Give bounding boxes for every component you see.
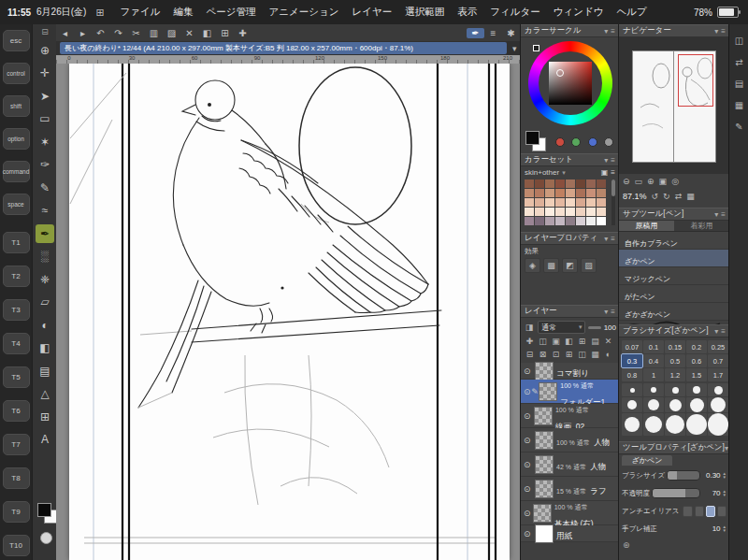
brush-size-bar[interactable] [667,470,699,481]
key-t5[interactable]: T5 [3,366,30,388]
eye-icon[interactable]: ⊙ [524,366,535,376]
navigator-preview[interactable] [619,37,729,174]
layer-thumbnail[interactable] [535,480,554,498]
color-swatch[interactable] [525,179,534,188]
antialias-none-button[interactable] [683,506,692,517]
layer-row-kihonwaku[interactable]: ⊙ 100 % 通常 基本枠 (右) [521,501,619,525]
subtool-tab-1[interactable]: 原稿用 [619,221,674,232]
color-swatch[interactable] [586,208,596,216]
key-shift[interactable]: shift [3,95,30,117]
collapse-icon[interactable]: ▾ [604,235,608,243]
stepper-arrows[interactable]: ▲▼ [723,472,726,480]
paste-icon[interactable]: ▨ [163,28,180,38]
color-swatch[interactable] [597,179,606,188]
color-dock-icon[interactable]: ▤ [735,79,743,89]
color-swatch[interactable] [576,198,585,207]
layer-row-jinbutsu-1[interactable]: ⊙ 100 % 通常 人物 [521,428,619,452]
opacity-bar[interactable] [652,488,700,498]
layer-color-effect-icon[interactable]: ◩ [562,258,578,273]
brush-size-dot-cell[interactable] [686,397,707,412]
auto-select-tool[interactable]: ✶ [36,133,54,151]
panel-menu-icon[interactable]: ≡ [611,27,615,36]
collapse-icon[interactable]: ▾ [604,27,608,36]
eye-icon[interactable]: ⊙ [524,529,535,538]
color-swatch[interactable] [576,189,585,197]
zoom-in-icon[interactable]: ⊕ [647,177,654,186]
document-tab[interactable]: 長い夜の終わり* 12/44 (A4 210.00 x 297.00mm 製本サ… [60,42,507,54]
subtool-panel-header[interactable]: サブツール[ペン] ▾≡ [619,208,729,221]
color-swatch[interactable] [586,189,596,197]
eye-icon[interactable]: ⊙ [524,411,534,421]
snap-icon[interactable]: ✚ [234,28,252,38]
merge-down-icon[interactable]: ⊟ [524,350,536,359]
color-swatch[interactable] [545,179,554,188]
new-layer-icon[interactable]: ✚ [524,337,536,346]
color-set-selector[interactable]: skin+other ▾ ▣ ≡ [521,166,619,179]
brush-size-dot-cell[interactable] [686,413,707,436]
key-esc[interactable]: esc [3,30,30,51]
panel-menu-icon[interactable]: ≡ [721,27,726,36]
tool-property-subtool-tab[interactable]: ざかペン [622,455,672,466]
new-folder-icon[interactable]: ◫ [537,337,549,346]
fit-screen-icon[interactable]: ▣ [659,177,668,186]
subtool-item-5[interactable]: ざかざかペン [619,303,729,321]
key-t6[interactable]: T6 [3,400,30,422]
antialias-weak-button[interactable] [695,506,704,517]
settings-icon[interactable]: ✱ [502,28,520,38]
fill-icon[interactable]: ◧ [198,28,216,38]
expression-color-icon[interactable]: ▨ [581,258,597,273]
color-swatch[interactable] [545,217,554,225]
actual-size-icon[interactable]: ◎ [671,177,679,186]
pen-tool[interactable]: ✒ [36,224,54,243]
key-t2[interactable]: T2 [3,266,30,287]
key-command[interactable]: command [3,161,30,182]
color-swatch[interactable] [555,189,565,197]
antialias-strong-button[interactable] [717,506,726,517]
stepper-arrows[interactable]: ▲▼ [723,525,726,533]
color-swatch[interactable] [545,198,554,207]
prev-page-icon[interactable]: ◂ [56,28,74,38]
brush-size-dot-cell[interactable] [686,383,707,396]
panel-menu-icon[interactable]: ≡ [611,235,615,243]
swap-panels-icon[interactable]: ⇄ [735,57,742,67]
panel-menu-icon[interactable]: ≡ [611,308,615,316]
subtool-item-3[interactable]: マジックペン [619,267,729,285]
brush-size-panel-header[interactable]: ブラシサイズ[ざかペン] ▾≡ [619,324,729,337]
chevron-down-icon[interactable]: ▾ [562,169,566,177]
layer-thumbnail[interactable] [535,455,554,474]
layer-thumbnail[interactable] [535,362,554,381]
color-swatch[interactable] [535,198,544,207]
tool-settings-icon[interactable]: ⊛ [623,540,630,550]
menu-view[interactable]: 表示 [457,6,477,19]
apps-grid-icon[interactable]: ⊞ [95,7,104,19]
redo-icon[interactable]: ↷ [109,28,127,38]
ruler-icon[interactable]: ⊞ [563,350,575,359]
menu-window[interactable]: ウィンドウ [554,6,604,19]
pencil-tool[interactable]: ✎ [36,179,54,197]
lock-icon[interactable]: ▣ [601,168,609,177]
color-swatch[interactable] [597,217,606,225]
key-t7[interactable]: T7 [3,434,30,455]
brush-size-cell[interactable]: 1.7 [708,368,728,381]
brush-size-dot-cell[interactable] [665,397,685,412]
set-menu-icon[interactable]: ≡ [611,168,615,177]
flip-horizontal-icon[interactable]: ⇄ [675,192,683,201]
brush-size-cell[interactable]: 0.1 [643,340,664,353]
tone-effect-icon[interactable]: ▩ [543,258,559,273]
eye-icon[interactable]: ⊙ [524,436,535,445]
blend-tool[interactable]: ◐ [36,316,54,335]
mask-icon[interactable]: ⊡ [550,350,562,359]
color-swatch[interactable] [586,217,596,225]
color-swatch[interactable] [597,208,606,216]
undo-icon[interactable]: ↶ [92,28,109,38]
brush-size-cell[interactable]: 0.15 [665,340,685,353]
eye-icon[interactable]: ⊙ [524,509,533,518]
reset-view-icon[interactable]: ▦ [686,192,695,201]
collapse-icon[interactable]: ▾ [714,27,718,36]
panel-menu-icon[interactable]: ≡ [611,156,615,165]
navigator-panel-header[interactable]: ナビゲーター ▾≡ [619,24,729,37]
pen-mode-icon[interactable]: ✒ [467,28,484,38]
brush-size-dot-cell[interactable] [708,383,728,396]
color-swatch[interactable] [555,198,565,207]
brush-size-dot-cell[interactable] [708,413,728,436]
